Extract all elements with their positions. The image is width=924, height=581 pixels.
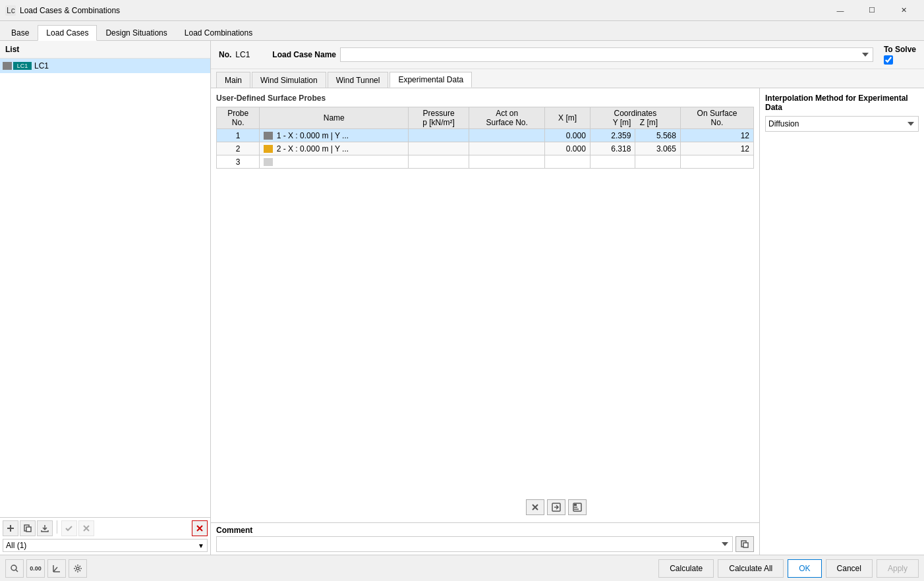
tab-load-cases[interactable]: Load Cases bbox=[38, 25, 97, 41]
tab-load-combinations[interactable]: Load Combinations bbox=[176, 24, 261, 40]
svg-point-11 bbox=[11, 565, 16, 570]
cell-pressure bbox=[409, 142, 469, 155]
no-field-group: No. LC1 bbox=[219, 50, 262, 59]
tab-design-situations[interactable]: Design Situations bbox=[97, 24, 175, 40]
calculate-all-button[interactable]: Calculate All bbox=[718, 559, 784, 578]
close-button[interactable]: ✕ bbox=[888, 0, 919, 21]
list-item[interactable]: LC1 LC1 bbox=[0, 59, 210, 73]
lc-name-wrapper bbox=[340, 47, 873, 62]
main-layout: List LC1 LC1 bbox=[0, 41, 924, 555]
tab-experimental-data[interactable]: Experimental Data bbox=[390, 72, 472, 88]
svg-rect-3 bbox=[10, 525, 11, 532]
tab-main[interactable]: Main bbox=[216, 72, 250, 88]
search-tool-button[interactable] bbox=[5, 559, 24, 578]
lc-name-field-group: Load Case Name bbox=[272, 47, 873, 62]
no-value: LC1 bbox=[235, 50, 262, 59]
table-row[interactable]: 3 bbox=[217, 155, 754, 169]
duplicate-button[interactable] bbox=[20, 520, 36, 536]
col-name: Name bbox=[260, 107, 409, 129]
col-x: X [m] bbox=[545, 107, 591, 129]
interpolation-title: Interpolation Method for Experimental Da… bbox=[765, 94, 919, 112]
add-item-button[interactable] bbox=[3, 520, 18, 536]
cell-z: 3.065 bbox=[635, 142, 681, 155]
col-pressure: Pressurep [kN/m²] bbox=[409, 107, 469, 129]
svg-rect-5 bbox=[26, 527, 31, 532]
apply-button[interactable]: Apply bbox=[877, 559, 919, 578]
cell-name bbox=[260, 155, 409, 169]
tab-wind-tunnel[interactable]: Wind Tunnel bbox=[328, 72, 389, 88]
value-tool-button[interactable]: 0.00 bbox=[26, 559, 45, 578]
delete-button[interactable] bbox=[192, 520, 208, 536]
calculate-button[interactable]: Calculate bbox=[658, 559, 714, 578]
cell-y: 6.318 bbox=[590, 142, 635, 155]
cell-on-surface bbox=[680, 155, 753, 169]
tab-wind-simulation[interactable]: Wind Simulation bbox=[252, 72, 326, 88]
check-button[interactable] bbox=[61, 520, 77, 536]
uncheck-button[interactable] bbox=[78, 520, 94, 536]
badge-gray-icon bbox=[3, 62, 12, 70]
angle-tool-button[interactable] bbox=[47, 559, 66, 578]
right-panel: No. LC1 Load Case Name To Solve Main Win… bbox=[211, 41, 924, 555]
color-swatch-icon bbox=[264, 145, 273, 153]
badge-container: LC1 bbox=[3, 62, 32, 70]
color-swatch-icon bbox=[264, 158, 273, 166]
inner-tabs: Main Wind Simulation Wind Tunnel Experim… bbox=[211, 69, 924, 88]
table-import-button[interactable] bbox=[547, 499, 565, 515]
cell-z: 5.568 bbox=[635, 129, 681, 142]
divider bbox=[57, 520, 57, 534]
filter-dropdown[interactable]: All (1) ▼ bbox=[3, 539, 208, 552]
bottom-bar: 0.00 Calculate Calculate All OK Cancel A… bbox=[0, 555, 924, 581]
cell-on-surface: 12 bbox=[680, 129, 753, 142]
content-area: User-Defined Surface Probes ProbeNo. Nam… bbox=[211, 88, 924, 555]
comment-copy-button[interactable] bbox=[736, 536, 754, 552]
left-panel-footer: All (1) ▼ bbox=[0, 517, 210, 555]
title-bar: Lc Load Cases & Combinations — ☐ ✕ bbox=[0, 0, 924, 21]
svg-line-12 bbox=[16, 570, 18, 572]
table-row[interactable]: 2 2 - X : 0.000 m | Y ... 0.000 6.318 3.… bbox=[217, 142, 754, 155]
cell-y bbox=[590, 155, 635, 169]
cell-x bbox=[545, 155, 591, 169]
minimize-button[interactable]: — bbox=[825, 0, 855, 21]
content-right: Interpolation Method for Experimental Da… bbox=[759, 88, 924, 555]
table-clear-button[interactable] bbox=[526, 499, 544, 515]
no-label: No. bbox=[219, 50, 231, 59]
to-solve-checkbox[interactable] bbox=[884, 55, 893, 65]
window-controls: — ☐ ✕ bbox=[825, 0, 919, 21]
cell-probe-no: 1 bbox=[217, 129, 260, 142]
col-coordinates-label: CoordinatesY [m] Z [m] bbox=[590, 107, 680, 129]
left-panel: List LC1 LC1 bbox=[0, 41, 211, 555]
svg-point-13 bbox=[76, 567, 79, 570]
svg-text:Lc: Lc bbox=[7, 6, 15, 15]
table-row[interactable]: 1 1 - X : 0.000 m | Y ... 0.000 2.359 5.… bbox=[217, 129, 754, 142]
ok-button[interactable]: OK bbox=[788, 559, 821, 578]
cell-name: 2 - X : 0.000 m | Y ... bbox=[260, 142, 409, 155]
cell-pressure bbox=[409, 155, 469, 169]
maximize-button[interactable]: ☐ bbox=[857, 0, 887, 21]
comment-label: Comment bbox=[216, 526, 754, 535]
no-lc-row: No. LC1 Load Case Name To Solve bbox=[211, 41, 924, 69]
cell-probe-no: 2 bbox=[217, 142, 260, 155]
cell-x: 0.000 bbox=[545, 129, 591, 142]
export-button[interactable] bbox=[37, 520, 53, 536]
cell-act-on bbox=[469, 155, 545, 169]
col-on-surface: On SurfaceNo. bbox=[680, 107, 753, 129]
cell-y: 2.359 bbox=[590, 129, 635, 142]
svg-rect-10 bbox=[743, 543, 748, 547]
cancel-button[interactable]: Cancel bbox=[826, 559, 873, 578]
content-main: User-Defined Surface Probes ProbeNo. Nam… bbox=[211, 88, 759, 555]
bottom-left-tools: 0.00 bbox=[5, 559, 87, 578]
interpolation-select[interactable]: Diffusion Nearest Linear Cubic bbox=[765, 116, 919, 132]
comment-dropdown[interactable] bbox=[216, 536, 733, 552]
app-icon: Lc bbox=[5, 5, 16, 16]
filter-dropdown-label: All (1) bbox=[6, 541, 26, 550]
list-header: List bbox=[0, 41, 210, 59]
surface-probes-table: ProbeNo. Name Pressurep [kN/m²] Act onSu… bbox=[216, 107, 754, 169]
table-section-title: User-Defined Surface Probes bbox=[216, 94, 754, 103]
comment-row bbox=[216, 536, 754, 552]
lc-name-select[interactable] bbox=[340, 47, 873, 62]
settings-tool-button[interactable] bbox=[69, 559, 87, 578]
lc-name-label: Load Case Name bbox=[272, 50, 336, 59]
tab-base[interactable]: Base bbox=[3, 24, 38, 40]
cell-pressure bbox=[409, 129, 469, 142]
table-export-button[interactable] bbox=[568, 499, 587, 515]
